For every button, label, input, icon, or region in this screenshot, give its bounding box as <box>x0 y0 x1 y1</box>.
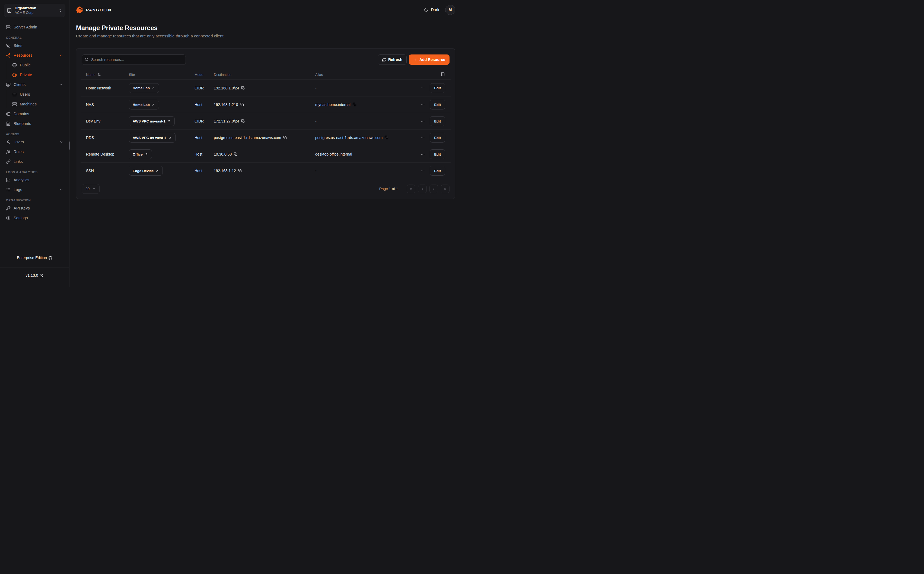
site-link-button[interactable]: AWS VPC us-east-1 <box>129 116 175 126</box>
avatar[interactable]: M <box>445 5 455 15</box>
more-actions-button[interactable] <box>421 152 425 156</box>
first-page-button[interactable] <box>407 184 415 193</box>
sidebar-item-roles[interactable]: Roles <box>4 148 65 156</box>
next-page-button[interactable] <box>429 184 438 193</box>
mode-cell: CIDR <box>195 119 214 123</box>
edit-button[interactable]: Edit <box>430 149 445 159</box>
alias-cell: - <box>315 86 405 90</box>
copy-alias-button[interactable] <box>385 136 388 140</box>
page-size-select[interactable]: 20 <box>82 184 100 194</box>
theme-toggle[interactable]: Dark <box>424 8 439 12</box>
edit-button[interactable]: Edit <box>430 100 445 109</box>
copy-destination-button[interactable] <box>240 103 244 107</box>
sidebar-section-label: LOGS & ANALYTICS <box>6 170 63 174</box>
sort-arrows-icon[interactable] <box>97 73 101 76</box>
table-row: NASHome LabHost192.168.1.210mynas.home.i… <box>81 96 451 113</box>
alias-cell: mynas.home.internal <box>315 102 405 107</box>
sidebar-item-clients[interactable]: Clients <box>4 80 65 88</box>
sidebar-item-settings[interactable]: Settings <box>4 214 65 222</box>
mode-cell: Host <box>195 136 214 140</box>
sidebar-item-machines[interactable]: Machines <box>10 100 65 108</box>
sidebar-item-sites[interactable]: Sites <box>4 41 65 50</box>
sidebar-item-analytics[interactable]: Analytics <box>4 176 65 184</box>
building-icon <box>7 8 12 13</box>
copy-destination-button[interactable] <box>283 136 287 140</box>
prev-page-button[interactable] <box>418 184 427 193</box>
search-input[interactable] <box>82 54 186 65</box>
more-actions-button[interactable] <box>421 103 425 107</box>
columns-icon <box>441 72 445 76</box>
site-link-button[interactable]: Home Lab <box>129 83 159 93</box>
refresh-button[interactable]: Refresh <box>378 54 407 65</box>
refresh-icon <box>382 58 386 62</box>
table-row: Home NetworkHome LabCIDR192.168.1.0/24-E… <box>81 80 451 96</box>
sidebar-item-api-keys[interactable]: API Keys <box>4 204 65 212</box>
more-actions-button[interactable] <box>421 119 425 123</box>
column-header-alias: Alias <box>315 73 405 77</box>
site-link-button[interactable]: Home Lab <box>129 100 159 109</box>
more-actions-button[interactable] <box>421 169 425 173</box>
sidebar-section-label: GENERAL <box>6 36 63 39</box>
user-icon <box>6 140 11 144</box>
sidebar-item-private[interactable]: Private <box>10 71 65 79</box>
edit-button[interactable]: Edit <box>430 116 445 126</box>
edit-button[interactable]: Edit <box>430 83 445 93</box>
resource-name: NAS <box>86 102 129 107</box>
edit-button[interactable]: Edit <box>430 166 445 176</box>
page-indicator: Page 1 of 1 <box>379 187 398 191</box>
edition-label: Enterprise Edition <box>17 255 47 261</box>
more-actions-button[interactable] <box>421 136 425 140</box>
sidebar-item-users[interactable]: Users <box>4 138 65 146</box>
site-name: Office <box>133 152 143 156</box>
site-cell: Edge Device <box>129 166 195 176</box>
site-link-button[interactable]: Office <box>129 149 152 159</box>
site-link-button[interactable]: AWS VPC us-west-1 <box>129 133 176 143</box>
destination-cell: 172.31.27.0/24 <box>214 119 315 123</box>
github-icon <box>49 256 52 260</box>
table-row: Remote DesktopOfficeHost10.30.0.53deskto… <box>81 146 451 162</box>
more-actions-button[interactable] <box>421 86 425 90</box>
pagination: 20 Page 1 of 1 <box>81 179 451 199</box>
actions-cell: Edit <box>405 149 445 159</box>
sidebar-item-domains[interactable]: Domains <box>4 110 65 118</box>
table-row: Dev EnvAWS VPC us-east-1CIDR172.31.27.0/… <box>81 113 451 129</box>
mode-cell: Host <box>195 169 214 173</box>
copy-destination-button[interactable] <box>234 152 237 156</box>
sidebar-subitems: PublicPrivate <box>6 61 65 79</box>
sidebar-item-public[interactable]: Public <box>10 61 65 69</box>
copy-destination-button[interactable] <box>241 119 245 123</box>
copy-alias-button[interactable] <box>353 103 356 107</box>
ellipsis-icon <box>421 169 425 173</box>
ellipsis-icon <box>421 136 425 140</box>
sidebar-item-label: Private <box>20 73 32 77</box>
edition-row[interactable]: Enterprise Edition <box>0 249 69 266</box>
last-page-button[interactable] <box>441 184 449 193</box>
sidebar-item-links[interactable]: Links <box>4 158 65 166</box>
version-row[interactable]: v1.13.0 <box>0 267 69 284</box>
site-name: AWS VPC us-east-1 <box>133 119 166 123</box>
sidebar-item-label: Clients <box>14 82 25 87</box>
site-name: Edge Device <box>133 169 153 173</box>
sidebar-item-client-users[interactable]: Users <box>10 90 65 98</box>
toggle-columns-button[interactable] <box>441 72 445 77</box>
chevron-up-icon[interactable] <box>59 83 63 87</box>
sidebar-item-logs[interactable]: Logs <box>4 186 65 194</box>
sidebar-item-resources[interactable]: Resources <box>4 51 65 59</box>
site-link-button[interactable]: Edge Device <box>129 166 163 176</box>
copy-destination-button[interactable] <box>241 86 245 90</box>
sidebar-item-blueprints[interactable]: Blueprints <box>4 120 65 128</box>
chevron-down-icon[interactable] <box>59 140 63 144</box>
destination-value: postgres.us-east-1.rds.amazonaws.com <box>214 136 281 140</box>
add-resource-button[interactable]: Add Resource <box>409 54 449 65</box>
chevrons-left-icon <box>409 187 413 191</box>
copy-icon <box>234 152 237 156</box>
copy-destination-button[interactable] <box>238 169 242 173</box>
edit-button[interactable]: Edit <box>430 133 445 143</box>
chevron-up-icon[interactable] <box>59 54 63 57</box>
sidebar-item-label: Links <box>14 159 23 164</box>
chevron-down-icon[interactable] <box>59 188 63 192</box>
sidebar-item-server-admin[interactable]: Server Admin <box>4 23 65 31</box>
moon-icon <box>424 8 428 12</box>
org-selector[interactable]: Organization ACME Corp. <box>4 4 65 17</box>
actions-cell: Edit <box>405 83 445 93</box>
